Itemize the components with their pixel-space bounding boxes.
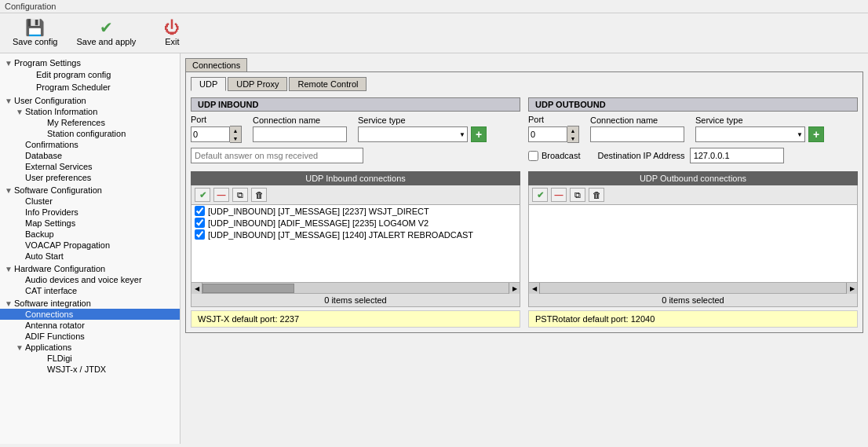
inbound-edit-btn[interactable]: ⧉ [232,188,248,202]
outbound-service-select[interactable] [695,126,805,142]
outbound-list-toolbar: ✔ — ⧉ 🗑 [528,185,858,204]
sidebar-label: Connections [25,310,73,319]
inbound-port-input[interactable] [191,126,230,142]
tab-remote-control[interactable]: Remote Control [289,77,367,91]
sidebar-label: Hardware Configuration [14,264,105,273]
inbound-item-1-text: [UDP_INBOUND] [JT_MESSAGE] [2237] WSJT_D… [208,207,429,216]
destination-ip-input[interactable] [690,148,784,163]
sidebar-item-cluster[interactable]: Cluster [0,196,180,207]
sidebar-item-program-settings[interactable]: ▼ Program Settings [0,57,180,68]
exit-button[interactable]: ⏻ Exit [148,16,195,49]
outbound-add-button[interactable]: + [808,126,824,142]
sidebar-item-software-configuration[interactable]: ▼ Software Configuration [0,185,180,196]
destination-ip-label: Destination IP Address [598,151,685,160]
sidebar-item-adif-functions[interactable]: ADIF Functions [0,331,180,342]
tab-udp-proxy[interactable]: UDP Proxy [228,77,287,91]
outbound-broadcast-row: Broadcast Destination IP Address [528,148,858,163]
sidebar-item-cat-interface[interactable]: CAT interface [0,285,180,296]
inbound-default-answer-input[interactable] [191,148,363,163]
tree-item-hardware-configuration: ▼ Hardware Configuration Audio devices a… [0,262,180,297]
inbound-enable-btn[interactable]: ✔ [195,188,210,202]
sidebar-item-info-providers[interactable]: Info Providers [0,207,180,218]
outbound-port-input[interactable] [528,126,567,142]
sidebar-item-database[interactable]: Database [0,150,180,161]
outbound-form-row: Port ▲ ▼ Connection name [528,115,858,143]
sidebar-item-applications[interactable]: ▼ Applications [0,342,180,353]
scroll-right-btn[interactable]: ▶ [509,283,520,294]
sidebar-label: Station configuration [47,129,126,138]
scroll-thumb[interactable] [202,284,294,293]
inbound-item-2-checkbox[interactable] [195,218,205,228]
outbound-list-content [528,204,858,283]
sidebar-item-user-preferences[interactable]: User preferences [0,172,180,183]
inbound-port-up[interactable]: ▲ [230,126,241,134]
sidebar-item-antenna-rotator[interactable]: Antenna rotator [0,320,180,331]
tree-item-edit-program: Edit program config [0,68,180,81]
inbound-item-1-checkbox[interactable] [195,206,205,216]
outbound-edit-btn[interactable]: ⧉ [570,188,585,202]
toolbar: 💾 Save config ✔ Save and apply ⏻ Exit [0,13,868,53]
toggle-icon: ▼ [3,59,14,68]
tab-udp[interactable]: UDP [191,77,226,91]
inbound-service-select[interactable] [358,126,468,142]
sidebar-item-confirmations[interactable]: Confirmations [0,139,180,150]
udp-inbound-header: UDP INBOUND [198,100,258,109]
sidebar-item-audio-devices[interactable]: Audio devices and voice keyer [0,274,180,285]
inbound-item-3-checkbox[interactable] [195,229,205,240]
sidebar-item-station-configuration[interactable]: Station configuration [0,128,180,139]
toggle-icon: ▼ [3,186,14,195]
list-item: [UDP_INBOUND] [JT_MESSAGE] [1240] JTALER… [191,229,520,240]
udp-outbound-header: UDP OUTBOUND [535,100,606,109]
sidebar-label: User Configuration [14,96,86,105]
sidebar-label: Software Configuration [14,185,102,195]
inbound-form-row: Port ▲ ▼ Connection name [191,115,520,143]
sidebar-item-wsjt-x-jtdx[interactable]: WSJT-x / JTDX [0,364,180,375]
save-config-button[interactable]: 💾 Save config [6,16,64,49]
sidebar-item-edit-program-config[interactable]: Edit program config [0,69,180,80]
broadcast-checkbox[interactable] [528,151,538,161]
sidebar-item-voacap[interactable]: VOACAP Propagation [0,240,180,251]
sidebar-item-connections[interactable]: Connections [0,309,180,320]
outbound-port-label: Port [528,115,579,124]
inbound-add-button[interactable]: + [471,126,487,142]
outbound-disable-btn[interactable]: — [551,188,567,202]
sidebar-item-backup[interactable]: Backup [0,229,180,240]
toggle-icon: ▼ [3,265,14,273]
inbound-conn-name-input[interactable] [253,126,347,142]
sidebar-item-hardware-configuration[interactable]: ▼ Hardware Configuration [0,263,180,274]
sidebar-label: User preferences [25,173,91,182]
tabs-row: UDP UDP Proxy Remote Control [191,77,858,91]
outbound-conn-name-input[interactable] [590,126,684,142]
sidebar-label: Auto Start [25,251,64,261]
outbound-port-up[interactable]: ▲ [567,126,578,134]
sidebar-item-program-scheduler[interactable]: Program Scheduler [0,82,180,93]
sidebar-item-auto-start[interactable]: Auto Start [0,251,180,262]
exit-label: Exit [165,37,179,46]
outbound-scroll-left[interactable]: ◀ [529,283,540,294]
inbound-delete-btn[interactable]: 🗑 [251,188,267,202]
outbound-enable-btn[interactable]: ✔ [532,188,548,202]
toggle-icon: ▼ [14,343,25,352]
inbound-disable-btn[interactable]: — [213,188,229,202]
inbound-conn-name-label: Connection name [253,115,347,125]
sidebar-item-software-integration[interactable]: ▼ Software integration [0,298,180,309]
sidebar-item-user-configuration[interactable]: ▼ User Configuration [0,95,180,106]
sidebar-item-map-settings[interactable]: Map Settings [0,218,180,229]
scroll-track [202,283,509,293]
broadcast-label: Broadcast [542,151,581,160]
sidebar-label: Antenna rotator [25,321,85,330]
sidebar-label: FLDigi [47,354,72,363]
save-and-apply-button[interactable]: ✔ Save and apply [70,16,142,49]
sidebar-item-fldigi[interactable]: FLDigi [0,353,180,364]
sidebar-item-station-information[interactable]: ▼ Station Information [0,106,180,117]
sidebar-item-my-references[interactable]: My References [0,117,180,128]
outbound-scroll-right[interactable]: ▶ [846,283,857,294]
inbound-port-down[interactable]: ▼ [230,134,241,142]
main-layout: ▼ Program Settings Edit program config P… [0,53,868,444]
sidebar: ▼ Program Settings Edit program config P… [0,53,181,444]
inbound-port-label: Port [191,115,242,124]
sidebar-item-external-services[interactable]: External Services [0,161,180,172]
outbound-port-down[interactable]: ▼ [567,134,578,142]
outbound-delete-btn[interactable]: 🗑 [589,188,604,202]
scroll-left-btn[interactable]: ◀ [191,283,202,294]
